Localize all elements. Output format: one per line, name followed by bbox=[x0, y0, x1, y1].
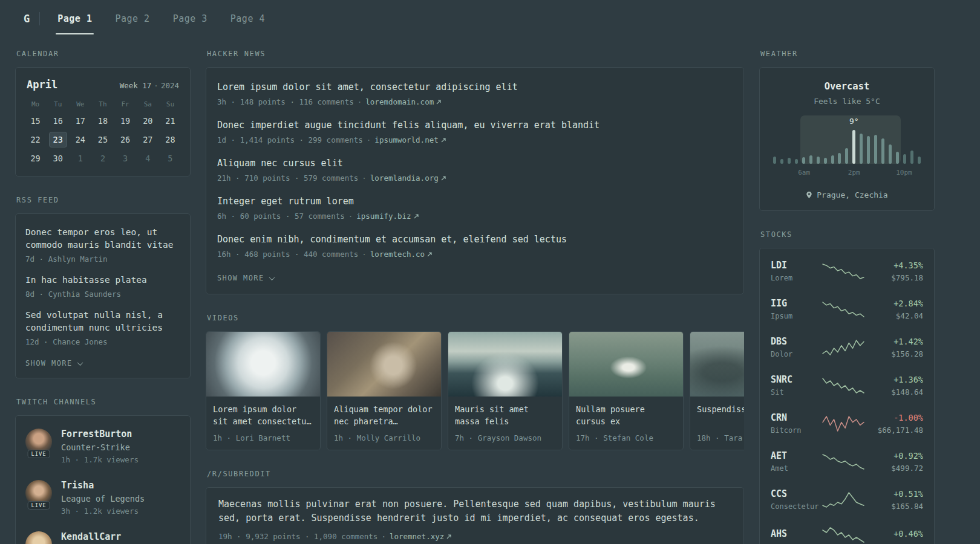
subreddit-widget-title: /r/subreddit bbox=[207, 470, 744, 478]
hackernews-item-domain[interactable]: loremtech.co bbox=[370, 250, 432, 259]
app-logo[interactable]: G bbox=[15, 13, 39, 25]
subreddit-post-text[interactable]: Maecenas mollis pulvinar erat non posuer… bbox=[218, 499, 716, 523]
calendar-day[interactable]: 4 bbox=[139, 151, 157, 166]
weather-bar bbox=[918, 157, 921, 164]
channel-game: League of Legends bbox=[61, 494, 145, 504]
subreddit-post-domain[interactable]: loremnet.xyz bbox=[390, 532, 451, 541]
video-card[interactable]: Lorem ipsum dolor sit amet consectetu… 1… bbox=[206, 331, 321, 450]
rss-item-title[interactable]: Donec tempor eros leo, ut commodo mauris… bbox=[25, 226, 180, 251]
avatar[interactable]: LIVE bbox=[25, 429, 52, 455]
hackernews-item-domain[interactable]: loremlandia.org bbox=[370, 173, 446, 183]
rss-item-title[interactable]: In hac habitasse platea bbox=[25, 274, 180, 287]
stock-row[interactable]: AHS +0.46% bbox=[771, 519, 923, 544]
calendar-day[interactable]: 30 bbox=[49, 151, 67, 166]
video-card[interactable]: Suspendisse diam 18h · Tara bbox=[690, 331, 744, 450]
channel-info: ForrestBurton Counter-Strike 1h · 1.7k v… bbox=[61, 429, 139, 464]
video-card[interactable]: Mauris sit amet massa felis 7h · Grayson… bbox=[448, 331, 563, 450]
live-badge: LIVE bbox=[28, 450, 50, 458]
calendar-day[interactable]: 19 bbox=[116, 113, 134, 129]
calendar-day[interactable]: 18 bbox=[94, 113, 112, 129]
video-meta: 17h · Stefan Cole bbox=[576, 427, 676, 442]
calendar-header: April Week 17·2024 bbox=[24, 77, 181, 99]
calendar-day[interactable]: 28 bbox=[161, 132, 179, 147]
video-body: Lorem ipsum dolor sit amet consectetu… 1… bbox=[206, 397, 320, 450]
avatar[interactable]: LIVE bbox=[25, 531, 52, 544]
stock-ticker: AHS bbox=[771, 528, 815, 539]
calendar-day[interactable]: 29 bbox=[27, 151, 45, 166]
page-tab[interactable]: Page 3 bbox=[162, 0, 219, 37]
hackernews-item-title[interactable]: Donec imperdiet augue tincidunt felis al… bbox=[217, 120, 733, 131]
hackernews-item-title[interactable]: Integer eget rutrum lorem bbox=[217, 196, 733, 207]
hackernews-item-domain[interactable]: loremdomain.com bbox=[365, 97, 441, 106]
calendar-day[interactable]: 20 bbox=[139, 113, 157, 129]
video-body: Suspendisse diam 18h · Tara bbox=[690, 397, 744, 450]
chevron-down-icon bbox=[269, 274, 275, 280]
stock-row[interactable]: IIG Ipsum +2.84% $42.04 bbox=[771, 290, 923, 328]
rss-list: Donec tempor eros leo, ut commodo mauris… bbox=[25, 219, 180, 349]
external-link-icon bbox=[446, 534, 451, 539]
calendar-day[interactable]: 5 bbox=[161, 151, 179, 166]
calendar-day[interactable]: 25 bbox=[94, 132, 112, 147]
hackernews-item-title[interactable]: Lorem ipsum dolor sit amet, consectetur … bbox=[217, 82, 733, 92]
stock-identity: IIG Ipsum bbox=[771, 298, 815, 320]
stock-row[interactable]: CCS Consectetur +0.51% $165.84 bbox=[771, 481, 923, 519]
stock-sparkline bbox=[822, 453, 865, 470]
stock-price: $499.72 bbox=[871, 464, 923, 473]
hackernews-item-domain[interactable]: ipsumify.biz bbox=[356, 212, 418, 221]
hackernews-item: Donec imperdiet augue tincidunt felis al… bbox=[217, 112, 733, 150]
video-meta: 1h · Lori Barnett bbox=[213, 427, 313, 442]
hackernews-card: Lorem ipsum dolor sit amet, consectetur … bbox=[206, 67, 744, 294]
channel-name[interactable]: Trisha bbox=[61, 480, 94, 491]
calendar-day-of-week: Mo bbox=[31, 99, 39, 113]
avatar[interactable]: LIVE bbox=[25, 480, 52, 507]
hackernews-item: Lorem ipsum dolor sit amet, consectetur … bbox=[217, 74, 733, 112]
page-tab[interactable]: Page 2 bbox=[103, 0, 161, 37]
domain-label: ipsumify.biz bbox=[356, 212, 411, 221]
hackernews-item-meta: 3h · 148 points · 116 comments · loremdo… bbox=[217, 97, 733, 106]
hackernews-item-domain[interactable]: ipsumworld.net bbox=[374, 135, 445, 144]
calendar-day[interactable]: 17 bbox=[71, 113, 90, 129]
stock-sparkline bbox=[822, 415, 865, 432]
calendar-day[interactable]: 2 bbox=[94, 151, 112, 166]
video-card[interactable]: Aliquam tempor dolor nec pharetra… 1h · … bbox=[327, 331, 442, 450]
stock-row[interactable]: LDI Lorem +4.35% $795.18 bbox=[771, 252, 923, 290]
calendar-day-of-week: Sa bbox=[144, 99, 152, 113]
hackernews-show-more-link[interactable]: SHOW MORE bbox=[217, 274, 274, 282]
page-tabs: Page 1 Page 2 Page 3 Page 4 bbox=[46, 0, 276, 37]
channel-name[interactable]: ForrestBurton bbox=[61, 429, 132, 439]
weather-bar bbox=[874, 135, 877, 164]
calendar-day[interactable]: 15 bbox=[27, 113, 45, 129]
weather-location[interactable]: Prague, Czechia bbox=[772, 190, 922, 199]
calendar-day[interactable]: 21 bbox=[161, 113, 179, 129]
page-tab[interactable]: Page 1 bbox=[46, 0, 103, 37]
hackernews-item-title[interactable]: Donec enim nibh, condimentum et accumsan… bbox=[217, 234, 733, 245]
rss-item-title[interactable]: Sed volutpat nulla nisl, a condimentum n… bbox=[25, 309, 180, 334]
hackernews-item-title[interactable]: Aliquam nec cursus elit bbox=[217, 158, 733, 169]
calendar-day[interactable]: 26 bbox=[116, 132, 134, 147]
hackernews-item: Donec enim nibh, condimentum et accumsan… bbox=[217, 226, 733, 264]
calendar-day[interactable]: 3 bbox=[116, 151, 134, 166]
hackernews-list: Lorem ipsum dolor sit amet, consectetur … bbox=[217, 74, 733, 264]
channel-info: Trisha League of Legends 3h · 1.2k viewe… bbox=[61, 480, 145, 516]
hackernews-item-stats: 21h · 710 points · 579 comments bbox=[217, 173, 358, 183]
stock-row[interactable]: SNRC Sit +1.36% $148.64 bbox=[771, 366, 923, 404]
channel-name[interactable]: KendallCarr bbox=[61, 531, 121, 542]
stock-identity: CCS Consectetur bbox=[771, 488, 815, 511]
stock-row[interactable]: AET Amet +0.92% $499.72 bbox=[771, 442, 923, 481]
calendar-day[interactable]: 16 bbox=[49, 113, 67, 129]
calendar-day-headers: MoTuWeThFrSaSu bbox=[24, 99, 181, 113]
calendar-day[interactable]: 24 bbox=[71, 132, 90, 147]
video-card[interactable]: Nullam posuere cursus ex 17h · Stefan Co… bbox=[569, 331, 684, 450]
stock-row[interactable]: CRN Bitcorn -1.00% $66,171.48 bbox=[771, 404, 923, 442]
calendar-day[interactable]: 27 bbox=[139, 132, 157, 147]
calendar-day[interactable]: 1 bbox=[71, 151, 90, 166]
calendar-day[interactable]: 22 bbox=[27, 132, 45, 147]
channel-meta: 3h · 1.2k viewers bbox=[61, 507, 145, 516]
stock-ticker: IIG bbox=[771, 298, 815, 309]
page-tab[interactable]: Page 4 bbox=[219, 0, 276, 37]
external-link-icon bbox=[414, 214, 419, 219]
stock-row[interactable]: DBS Dolor +1.42% $156.28 bbox=[771, 328, 923, 366]
calendar-day[interactable]: 23 bbox=[49, 132, 67, 147]
rss-show-more-link[interactable]: SHOW MORE bbox=[25, 359, 82, 368]
weather-bar bbox=[910, 151, 913, 164]
